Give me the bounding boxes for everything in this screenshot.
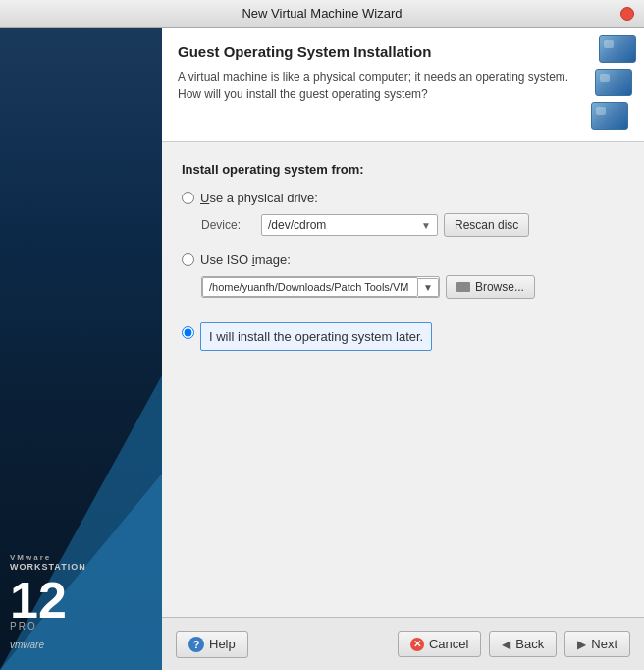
help-label: Help — [209, 637, 236, 651]
device-control: Device: /dev/cdrom ▼ Rescan disc — [201, 213, 624, 237]
folder-icon — [456, 282, 470, 292]
sidebar: VMware WORKSTATION 12 PRO vmware — [0, 28, 162, 670]
device-label: Device: — [201, 218, 255, 232]
product-number: 12 — [10, 575, 86, 626]
help-icon: ? — [188, 637, 204, 652]
iso-label: Use ISO image: — [200, 252, 291, 267]
bottom-left: ? Help — [176, 631, 248, 658]
next-arrow-icon: ▶ — [577, 638, 586, 651]
next-label: Next — [591, 637, 617, 651]
install-later-label: I will install the operating system late… — [209, 329, 423, 344]
device-value: /dev/cdrom — [268, 218, 326, 232]
install-area: Install operating system from: Use a phy… — [162, 142, 644, 617]
physical-drive-group: Use a physical drive: Device: /dev/cdrom… — [182, 191, 624, 237]
page-description: A virtual machine is like a physical com… — [178, 68, 579, 103]
iso-image-group: Use ISO image: /home/yuanfh/Downloads/Pa… — [182, 252, 624, 299]
os-disc-3 — [599, 35, 636, 63]
back-button[interactable]: ◀ Back — [489, 631, 557, 657]
os-disc-2 — [595, 69, 632, 96]
cancel-label: Cancel — [429, 637, 468, 651]
install-later-radio-label[interactable]: I will install the operating system late… — [182, 314, 624, 351]
close-button[interactable] — [620, 7, 634, 21]
browse-button[interactable]: Browse... — [446, 275, 535, 299]
device-dropdown[interactable]: /dev/cdrom ▼ — [261, 214, 438, 236]
rescan-button[interactable]: Rescan disc — [444, 213, 529, 237]
iso-image-radio[interactable] — [182, 253, 194, 266]
iso-path-control: /home/yuanfh/Downloads/Patch Tools/VM ▼ … — [201, 275, 624, 299]
cancel-button[interactable]: ✕ Cancel — [398, 631, 481, 657]
iso-path-input[interactable]: /home/yuanfh/Downloads/Patch Tools/VM — [202, 277, 418, 297]
vmware-logo-area: VMware WORKSTATION 12 PRO vmware — [10, 553, 86, 650]
window-title: New Virtual Machine Wizard — [242, 6, 402, 21]
back-label: Back — [515, 637, 544, 651]
install-title: Install operating system from: — [182, 162, 624, 177]
physical-drive-label: Use a physical drive: — [200, 191, 318, 205]
header-section: Guest Operating System Installation A vi… — [162, 28, 644, 142]
os-disc-1 — [591, 102, 628, 130]
physical-drive-radio-label[interactable]: Use a physical drive: — [182, 191, 624, 205]
header-text: Guest Operating System Installation A vi… — [178, 43, 579, 103]
physical-drive-radio[interactable] — [182, 192, 194, 204]
back-arrow-icon: ◀ — [502, 638, 510, 651]
iso-dropdown-button[interactable]: ▼ — [418, 278, 439, 297]
os-icon — [591, 43, 628, 130]
install-later-group: I will install the operating system late… — [182, 314, 624, 351]
next-button[interactable]: ▶ Next — [564, 631, 630, 657]
iso-input-container: /home/yuanfh/Downloads/Patch Tools/VM ▼ — [201, 276, 440, 298]
install-later-option: I will install the operating system late… — [200, 322, 432, 351]
main-container: VMware WORKSTATION 12 PRO vmware Guest O… — [0, 28, 644, 670]
title-bar: New Virtual Machine Wizard — [0, 0, 644, 28]
browse-label: Browse... — [475, 280, 524, 294]
bottom-bar: ? Help ✕ Cancel ◀ Back ▶ Next — [162, 617, 644, 670]
bottom-right: ✕ Cancel ◀ Back ▶ Next — [398, 631, 630, 657]
cancel-icon: ✕ — [410, 638, 424, 651]
page-title: Guest Operating System Installation — [178, 43, 579, 60]
content-area: Guest Operating System Installation A vi… — [162, 28, 644, 670]
vmware-label: VMware WORKSTATION — [10, 553, 86, 573]
iso-radio-label[interactable]: Use ISO image: — [182, 252, 624, 267]
help-button[interactable]: ? Help — [176, 631, 248, 658]
install-later-radio[interactable] — [182, 326, 194, 339]
vmware-brand: vmware — [10, 640, 86, 650]
chevron-down-icon: ▼ — [421, 220, 431, 231]
